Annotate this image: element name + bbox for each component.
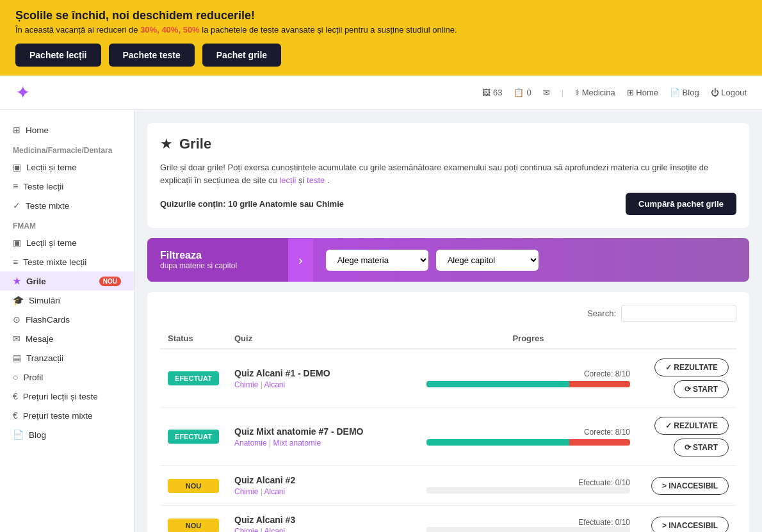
- sidebar-item-grile[interactable]: ★ Grile NOU: [0, 271, 134, 291]
- quiz-cell: Quiz Mixt anatomie #7 - DEMO Anatomie | …: [227, 408, 419, 466]
- banner-title: Școlile se închid, noi deschidem reducer…: [15, 9, 747, 22]
- sidebar-lectii-label: Lecții și teme: [26, 163, 77, 172]
- table-row: EFECTUAT Quiz Alcani #1 - DEMO Chimie | …: [160, 349, 736, 408]
- pachete-lectii-button[interactable]: Pachete lecții: [15, 44, 101, 67]
- filter-title: Filtreaza: [160, 250, 237, 261]
- action-buttons: > INACCESIBIL: [645, 477, 729, 495]
- efectuate-label: Efectuate: 0/10: [426, 518, 630, 527]
- quiz-table: Status Quiz Progres EFECTUAT Quiz Alcani…: [160, 328, 736, 532]
- home-icon: ⊞: [13, 125, 20, 135]
- action-btn-primary[interactable]: > INACCESIBIL: [651, 517, 729, 533]
- sidebar-item-teste-mixte[interactable]: ✓ Teste mixte: [0, 196, 134, 215]
- buy-pachet-grile-button[interactable]: Cumpără pachet grile: [626, 193, 736, 215]
- progress-bar: [426, 381, 630, 387]
- grile-description: Grile și doar grile! Poți exersa cunoști…: [160, 161, 736, 186]
- pachet-grile-button[interactable]: Pachet grile: [202, 44, 281, 67]
- sidebar-item-blog[interactable]: 📄 Blog: [0, 425, 134, 444]
- sidebar-item-tranzactii[interactable]: ▤ Tranzacții: [0, 348, 134, 367]
- fmam-lectii-icon: ▣: [13, 238, 21, 248]
- filter-selects: Alege materia Anatomie Chimie Alege capi…: [313, 250, 749, 271]
- table-row: NOU Quiz Alcani #2 Chimie | Alcani Efect…: [160, 466, 736, 506]
- teste-link[interactable]: teste: [307, 175, 325, 185]
- search-input[interactable]: [621, 305, 736, 322]
- quiz-subcategory: Chimie | Alcani: [234, 380, 411, 389]
- progress-green: [426, 381, 569, 387]
- filter-bar: Filtreaza dupa materie si capitol › Aleg…: [147, 238, 749, 282]
- capitol-select[interactable]: Alege capitol: [436, 250, 539, 271]
- quiz-category[interactable]: Chimie: [234, 527, 258, 532]
- logo[interactable]: ✦: [15, 82, 30, 103]
- top-nav-right: 🖼 63 📋 0 ✉ | ⚕ Medicina ⊞ Home 📄 Blog ⏻ …: [482, 88, 747, 97]
- sidebar-item-profil[interactable]: ○ Profil: [0, 367, 134, 387]
- status-badge: NOU: [168, 479, 219, 493]
- credits-icon: 🖼: [482, 88, 490, 97]
- lectii-link[interactable]: lecții: [279, 175, 296, 185]
- sidebar-blog-label: Blog: [29, 430, 46, 440]
- quiz-subcategory-label[interactable]: Alcani: [264, 380, 285, 389]
- sidebar-item-home[interactable]: ⊞ Home: [0, 120, 134, 140]
- action-btn-primary[interactable]: ✓ REZULTATE: [654, 359, 729, 376]
- filter-label: Filtreaza dupa materie si capitol: [147, 238, 288, 282]
- logout-nav[interactable]: ⏻ Logout: [711, 88, 747, 97]
- sidebar-item-flashcards[interactable]: ⊙ FlashCards: [0, 310, 134, 329]
- banner-desc: În această vacanță ai reduceri de 30%, 4…: [15, 25, 747, 35]
- progress-cell: Efectuate: 0/10: [419, 466, 638, 506]
- action-btn-secondary[interactable]: ⟳ START: [674, 380, 729, 398]
- quiz-category[interactable]: Chimie: [234, 380, 258, 389]
- sidebar-section-medicina: Medicina/Farmacie/Dentara: [0, 140, 134, 157]
- pachete-teste-button[interactable]: Pachete teste: [109, 44, 195, 67]
- sidebar-item-fmam-lectii[interactable]: ▣ Lecții și teme: [0, 233, 134, 252]
- main-content: ★ Grile Grile și doar grile! Poți exersa…: [134, 110, 762, 532]
- mesaje-icon: ✉: [13, 334, 20, 344]
- actions-cell: ✓ REZULTATE⟳ START: [638, 408, 736, 466]
- notes-count: 0: [526, 88, 531, 97]
- flashcards-icon: ⊙: [13, 314, 20, 325]
- top-nav: ✦ 🖼 63 📋 0 ✉ | ⚕ Medicina ⊞ Home 📄 Blog …: [0, 76, 762, 110]
- medicina-nav[interactable]: ⚕ Medicina: [575, 88, 615, 97]
- quiz-count-info: Quizurile conțin: 10 grile Anatomie sau …: [160, 199, 344, 209]
- progress-bar-inner: [426, 487, 630, 494]
- action-btn-primary[interactable]: > INACCESIBIL: [651, 477, 729, 495]
- materie-select[interactable]: Alege materia Anatomie Chimie: [326, 250, 428, 271]
- progress-bar-inner: [426, 527, 630, 533]
- sidebar-section-fmam: FMAM: [0, 215, 134, 233]
- status-badge: NOU: [168, 519, 219, 533]
- messages-icon[interactable]: ✉: [543, 88, 550, 97]
- sidebar-mesaje-label: Mesaje: [26, 334, 54, 344]
- blog-nav[interactable]: 📄 Blog: [670, 88, 699, 97]
- lectii-icon: ▣: [13, 162, 21, 172]
- action-btn-primary[interactable]: ✓ REZULTATE: [654, 417, 729, 435]
- banner-buttons: Pachete lecții Pachete teste Pachet gril…: [15, 44, 747, 67]
- sidebar-item-teste-lectii[interactable]: ≡ Teste lecții: [0, 177, 134, 196]
- table-row: NOU Quiz Alcani #3 Chimie | Alcani Efect…: [160, 506, 736, 533]
- status-cell: NOU: [160, 506, 227, 533]
- teste-lectii-icon: ≡: [13, 181, 18, 191]
- status-cell: EFECTUAT: [160, 349, 227, 408]
- progress-cell: Corecte: 8/10: [419, 349, 638, 408]
- quiz-category[interactable]: Chimie: [234, 487, 258, 496]
- credits-display: 🖼 63: [482, 88, 502, 97]
- progress-bar-inner: [426, 381, 630, 387]
- fmam-teste-icon: ≡: [13, 257, 18, 267]
- sidebar-item-preturi-lectii[interactable]: € Prețuri lecții și teste: [0, 387, 134, 406]
- quiz-category[interactable]: Anatomie: [234, 439, 267, 447]
- quiz-subcategory-label[interactable]: Alcani: [264, 487, 285, 496]
- promo-banner: Școlile se închid, noi deschidem reducer…: [0, 0, 762, 76]
- progress-bar: [426, 439, 630, 446]
- sidebar-item-preturi-teste[interactable]: € Prețuri teste mixte: [0, 406, 134, 425]
- progress-cell: Efectuate: 0/10: [419, 506, 638, 533]
- sidebar-item-mesaje[interactable]: ✉ Mesaje: [0, 329, 134, 348]
- quiz-subcategory-label[interactable]: Alcani: [264, 527, 285, 532]
- sidebar-item-fmam-teste[interactable]: ≡ Teste mixte lecții: [0, 252, 134, 271]
- quiz-subcategory-label[interactable]: Mixt anatomie: [273, 439, 321, 447]
- action-btn-secondary[interactable]: ⟳ START: [674, 439, 729, 456]
- quiz-cell: Quiz Alcani #2 Chimie | Alcani: [227, 466, 419, 506]
- sidebar-item-lectii-teme[interactable]: ▣ Lecții și teme: [0, 157, 134, 177]
- sidebar-item-simulari[interactable]: 🎓 Simulări: [0, 291, 134, 310]
- status-cell: EFECTUAT: [160, 408, 227, 466]
- quiz-table-card: Search: Status Quiz Progres EFECTUAT Qui…: [147, 292, 749, 532]
- home-nav[interactable]: ⊞ Home: [627, 88, 658, 97]
- action-buttons: ✓ REZULTATE⟳ START: [645, 359, 729, 398]
- preturi-lectii-icon: €: [13, 391, 18, 401]
- sidebar-home-label: Home: [26, 125, 49, 135]
